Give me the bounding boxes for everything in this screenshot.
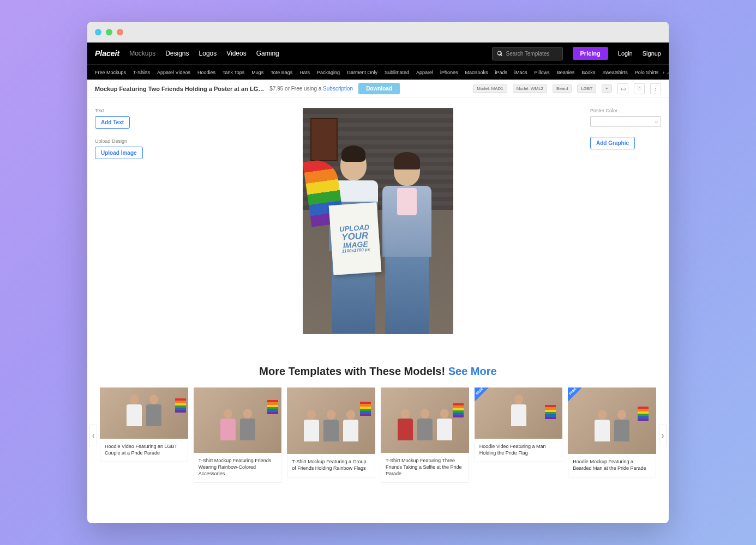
topbar: Placeit Mockups Designs Logos Videos Gam…: [87, 43, 669, 64]
template-card[interactable]: Hoodie Mockup Featuring a Bearded Man at…: [568, 387, 656, 483]
window-close-dot[interactable]: [95, 29, 101, 35]
card-thumbnail: [100, 387, 188, 439]
template-card[interactable]: T-Shirt Mockup Featuring a Group of Frie…: [287, 387, 375, 483]
poster-placeholder[interactable]: UPLOAD YOUR IMAGE 1100x1700 px: [329, 202, 382, 275]
cat-item[interactable]: Apparel: [416, 70, 433, 75]
cat-item[interactable]: Hats: [299, 70, 310, 75]
cat-item[interactable]: iPads: [495, 70, 508, 75]
cat-item[interactable]: Garment Only: [347, 70, 377, 75]
card-thumbnail: [194, 387, 282, 453]
left-panel: Text Add Text Upload Design Upload Image: [95, 108, 166, 343]
tag-item[interactable]: Model: WML2: [513, 84, 547, 93]
more-templates-header: More Templates with These Models! See Mo…: [87, 360, 669, 387]
share-icon[interactable]: ⋮: [650, 83, 661, 94]
search-icon: [497, 51, 503, 57]
search-input[interactable]: Search Templates: [492, 47, 563, 60]
card-thumbnail: [287, 387, 375, 454]
tag-item[interactable]: LGBT: [577, 84, 596, 93]
info-bar: Mockup Featuring Two Friends Holding a P…: [87, 80, 669, 98]
editor-area: Text Add Text Upload Design Upload Image: [87, 98, 669, 360]
more-title: More Templates with These Models!: [259, 365, 448, 377]
pricing-button[interactable]: Pricing: [573, 47, 608, 60]
card-caption: T-Shirt Mockup Featuring a Group of Frie…: [287, 454, 375, 477]
logo[interactable]: Placeit: [95, 49, 119, 58]
cat-item[interactable]: Books: [581, 70, 595, 75]
search-placeholder: Search Templates: [506, 51, 550, 57]
cat-scroll-right-icon[interactable]: ›: [661, 70, 667, 75]
template-card[interactable]: Hoodie Video Featuring an LGBT Couple at…: [100, 387, 188, 483]
nav-mockups[interactable]: Mockups: [129, 50, 155, 57]
cat-item[interactable]: iMacs: [514, 70, 527, 75]
mockup-title: Mockup Featuring Two Friends Holding a P…: [95, 86, 264, 92]
tag-item[interactable]: Model: MAD1: [473, 84, 507, 93]
nav-logos[interactable]: Logos: [199, 50, 217, 57]
category-bar: Free Mockups T-Shirts Apparel Videos Hoo…: [87, 64, 669, 80]
nav-gaming[interactable]: Gaming: [256, 50, 279, 57]
titlebar: [87, 22, 669, 43]
cat-item[interactable]: iPhones: [440, 70, 458, 75]
window-max-dot[interactable]: [117, 29, 123, 35]
upload-image-button[interactable]: Upload Image: [95, 147, 143, 159]
cat-item[interactable]: T-Shirts: [133, 70, 150, 75]
save-icon[interactable]: ▭: [617, 83, 628, 94]
carousel-prev-button[interactable]: ‹: [89, 425, 97, 446]
cat-item[interactable]: Mugs: [251, 70, 263, 75]
cat-item[interactable]: Tank Tops: [223, 70, 244, 75]
cat-item[interactable]: Apparel Videos: [157, 70, 190, 75]
template-card[interactable]: T-Shirt Mockup Featuring Three Friends T…: [381, 387, 469, 483]
add-text-button[interactable]: Add Text: [95, 116, 130, 129]
cat-item[interactable]: Free Mockups: [95, 70, 126, 75]
poster-color-select[interactable]: [590, 116, 661, 127]
carousel-next-button[interactable]: ›: [659, 425, 667, 446]
app-window: Placeit Mockups Designs Logos Videos Gam…: [87, 22, 669, 523]
template-card[interactable]: Hoodie Video Featuring a Man Holding the…: [475, 387, 563, 483]
download-button[interactable]: Download: [358, 83, 400, 94]
cat-item[interactable]: Hoodies: [197, 70, 215, 75]
card-caption: Hoodie Video Featuring a Man Holding the…: [475, 439, 563, 462]
text-label: Text: [95, 108, 166, 113]
cat-item[interactable]: MacBooks: [465, 70, 488, 75]
card-caption: T-Shirt Mockup Featuring Three Friends T…: [381, 453, 469, 483]
tag-more[interactable]: +: [602, 84, 612, 93]
login-link[interactable]: Login: [618, 50, 633, 57]
cat-item[interactable]: Beanies: [557, 70, 575, 75]
favorite-icon[interactable]: ♡: [634, 83, 645, 94]
cat-item[interactable]: Packaging: [317, 70, 340, 75]
cat-item[interactable]: Tote Bags: [271, 70, 292, 75]
nav-videos[interactable]: Videos: [226, 50, 246, 57]
tag-item[interactable]: Beard: [553, 84, 572, 93]
card-caption: T-Shirt Mockup Featuring Friends Wearing…: [194, 453, 282, 483]
cat-item[interactable]: Sublimated: [385, 70, 409, 75]
model-female: [374, 154, 440, 334]
signup-link[interactable]: Signup: [643, 50, 661, 57]
add-graphic-button[interactable]: Add Graphic: [590, 137, 635, 149]
subscription-link[interactable]: Subscription: [323, 86, 353, 92]
cat-item[interactable]: Sweatshirts: [602, 70, 628, 75]
preview-panel: UPLOAD YOUR IMAGE 1100x1700 px: [177, 108, 579, 343]
card-thumbnail: [381, 387, 469, 453]
see-more-link[interactable]: See More: [448, 365, 497, 377]
price-label: $7.95 or Free using a Subscription: [269, 86, 353, 92]
template-card[interactable]: T-Shirt Mockup Featuring Friends Wearing…: [194, 387, 282, 483]
mockup-preview[interactable]: UPLOAD YOUR IMAGE 1100x1700 px: [303, 108, 453, 334]
nav-designs[interactable]: Designs: [165, 50, 189, 57]
card-caption: Hoodie Mockup Featuring a Bearded Man at…: [568, 454, 656, 477]
poster-color-label: Poster Color: [590, 108, 661, 113]
card-caption: Hoodie Video Featuring an LGBT Couple at…: [100, 439, 188, 462]
upload-label: Upload Design: [95, 138, 166, 144]
cat-item[interactable]: Pillows: [535, 70, 550, 75]
templates-carousel: ‹ Hoodie Video Featuring an LGBT Couple …: [87, 387, 669, 499]
card-thumbnail: [568, 387, 656, 454]
right-panel: Poster Color Add Graphic: [590, 108, 661, 343]
card-thumbnail: [475, 387, 563, 439]
cat-item[interactable]: Polo Shirts: [635, 70, 659, 75]
window-min-dot[interactable]: [106, 29, 112, 35]
